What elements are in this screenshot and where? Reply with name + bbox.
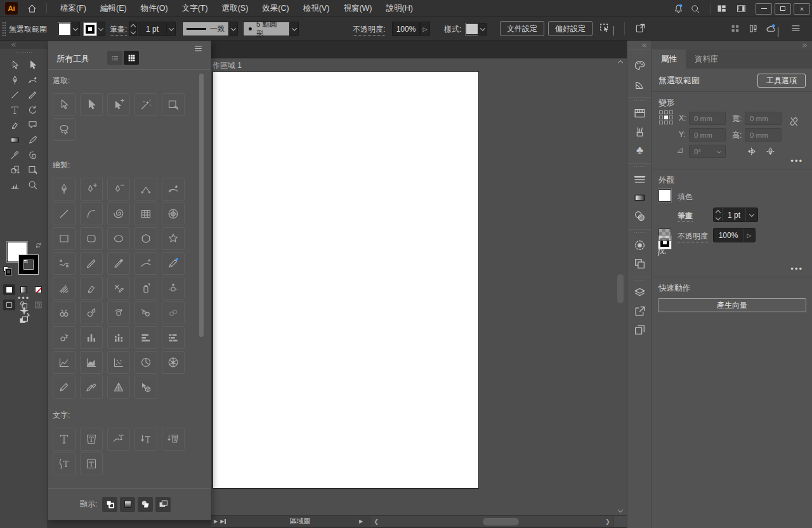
rotate-angle-select[interactable]: 0° (689, 145, 726, 158)
stroke-chip[interactable] (19, 255, 38, 274)
minimize-button[interactable] (756, 3, 772, 15)
chevron-down-icon[interactable] (167, 22, 176, 36)
panel-grip[interactable] (2, 22, 6, 36)
line-tool[interactable] (53, 202, 75, 225)
appearance-panel-button[interactable] (627, 236, 652, 254)
pie-graph-tool[interactable] (134, 351, 157, 374)
edit-toolbar-more-icon[interactable]: ••• (0, 293, 48, 303)
area-graph-tool[interactable] (80, 351, 103, 374)
symbol-styler-tool[interactable] (53, 326, 75, 349)
generative-sparkle-icon[interactable] (0, 305, 48, 317)
scroll-right-icon[interactable]: ❯ (603, 518, 613, 525)
stroke-weight-value[interactable]: 1 pt (138, 22, 167, 36)
width-field[interactable]: 0 mm (745, 112, 782, 125)
zoom-tool[interactable] (27, 180, 38, 190)
group-grip[interactable] (634, 279, 645, 281)
opacity-flyout-arrow[interactable]: ▷ (743, 232, 755, 239)
opacity-link[interactable]: 不透明度: (353, 24, 385, 36)
symbol-shifter-tool[interactable] (162, 277, 185, 300)
chevron-down-icon[interactable] (746, 213, 757, 217)
fill-stroke-indicator-button[interactable] (102, 497, 117, 512)
stacked-bar-graph-tool[interactable] (162, 326, 185, 349)
reference-point-locator[interactable] (659, 110, 673, 124)
stroke-panel-button[interactable] (627, 170, 652, 188)
rect-grid-tool[interactable] (134, 202, 157, 225)
collapse-toolbar-icon[interactable] (0, 41, 47, 49)
illustrator-logo-icon[interactable]: Ai (5, 2, 18, 15)
stroke-weight-link[interactable]: 筆畫: (110, 24, 127, 36)
gradient-panel-panel-button[interactable] (627, 188, 652, 207)
symbol-screener-tool[interactable] (162, 301, 185, 324)
stroke-width-stepper[interactable] (714, 208, 722, 222)
toolbar-grip[interactable] (0, 49, 47, 55)
brush-select[interactable]: 5 點圓形 (243, 22, 290, 36)
ellipse-tool[interactable] (107, 227, 130, 250)
rectangle-tool[interactable] (53, 227, 75, 250)
line-tool[interactable] (10, 89, 20, 100)
artboard[interactable] (213, 72, 478, 488)
line-graph-tool[interactable] (53, 351, 75, 374)
stroke-color-button[interactable] (84, 22, 105, 36)
select-similar-icon[interactable] (599, 22, 610, 34)
bar-graph-tool[interactable] (134, 326, 157, 349)
opacity-widget[interactable]: 100% ▷ (713, 228, 756, 242)
touch-type-tool[interactable] (80, 428, 103, 451)
grid-view-button[interactable] (124, 51, 139, 65)
menu-item-5[interactable]: 效果(C) (255, 0, 296, 16)
color-guide-panel-button[interactable] (627, 75, 652, 93)
layers-panel-button[interactable] (627, 284, 652, 302)
appearance-more-icon[interactable]: ••• (790, 264, 803, 274)
group-selection-tool[interactable] (107, 93, 130, 116)
stroke-width-value[interactable]: 1 pt (723, 211, 745, 220)
flip-vertical-icon[interactable] (765, 146, 776, 157)
transparency-panel-button[interactable] (627, 207, 652, 225)
vscroll-thumb[interactable] (617, 274, 624, 303)
selection-tool[interactable] (10, 60, 20, 70)
paintbrush-tool[interactable] (80, 252, 103, 275)
graph-tool[interactable] (10, 180, 20, 190)
horizontal-scrollbar[interactable]: ❮ ❯ (371, 516, 613, 527)
transform-more-icon[interactable]: ••• (790, 156, 803, 166)
type-on-path-tool[interactable] (107, 428, 130, 451)
default-fill-stroke-icon[interactable] (3, 267, 12, 275)
symbols-panel-button[interactable]: ♣ (627, 141, 652, 159)
style-swatch-button[interactable] (466, 22, 487, 36)
arrange-documents-icon[interactable] (747, 23, 759, 34)
perspective-selection-tool[interactable] (134, 376, 157, 399)
star-tool[interactable] (162, 227, 185, 250)
blob-brush-tool[interactable] (107, 252, 130, 275)
type-tool[interactable] (10, 105, 20, 116)
group-grip[interactable] (634, 100, 645, 102)
generate-vectors-button[interactable]: 產生向量 (658, 298, 806, 312)
chevron-down-icon[interactable] (290, 22, 299, 36)
gradient-control-button[interactable] (120, 497, 135, 512)
chevron-down-icon[interactable] (96, 22, 105, 36)
lasso-tool[interactable] (53, 118, 75, 141)
eraser-tool[interactable] (80, 277, 103, 300)
cloud-sync-status-icon[interactable] (765, 23, 777, 35)
eyedropper-tool[interactable] (10, 150, 20, 161)
y-field[interactable]: 0 mm (689, 128, 726, 142)
symbol-scruncher-tool[interactable] (53, 301, 75, 324)
vertical-touch-type-tool[interactable] (162, 428, 185, 451)
spiral-tool[interactable] (107, 202, 130, 225)
shape-builder-tool[interactable] (10, 164, 20, 175)
artboard-tool[interactable] (27, 164, 38, 175)
artboards-panel-button[interactable] (627, 320, 652, 339)
vertical-type-tool[interactable] (134, 428, 157, 451)
maximize-button[interactable] (775, 3, 791, 15)
opacity-flyout-arrow[interactable]: ▷ (420, 22, 430, 36)
fill-color-button[interactable] (58, 22, 80, 36)
swap-fill-stroke-icon[interactable] (35, 241, 43, 249)
export-panel-button[interactable] (627, 302, 652, 320)
swatches-panel-button[interactable] (627, 104, 652, 122)
menu-item-8[interactable]: 說明(H) (379, 0, 420, 16)
height-field[interactable]: 0 mm (745, 128, 782, 142)
knife-tool[interactable] (27, 135, 38, 145)
brushes-panel-button[interactable] (627, 122, 652, 141)
perspective-grid-tool[interactable] (107, 376, 130, 399)
area-type-tool[interactable] (80, 452, 103, 475)
path-eraser-tool[interactable] (107, 277, 130, 300)
column-graph-tool[interactable] (80, 326, 103, 349)
artboard-tool[interactable] (162, 93, 185, 116)
